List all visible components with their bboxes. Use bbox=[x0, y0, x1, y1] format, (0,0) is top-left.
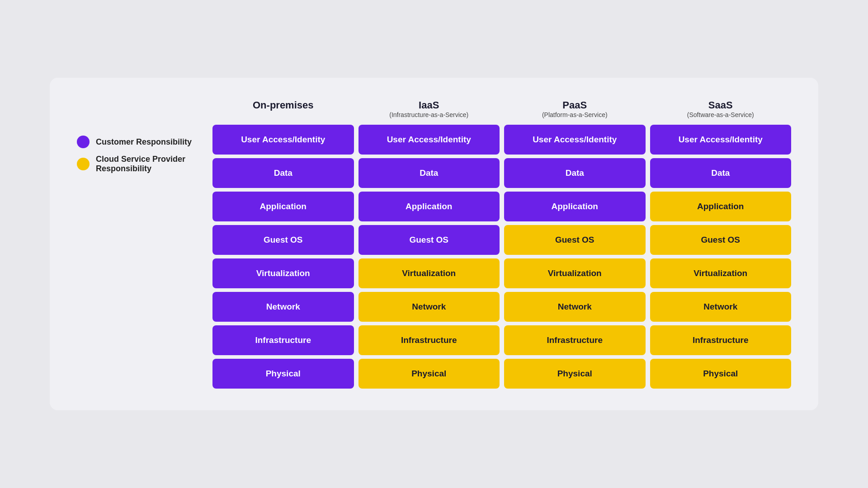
legend-label-provider: Cloud Service Provider Responsibility bbox=[96, 155, 212, 174]
col-header-3: SaaS (Software-as-a-Service) bbox=[650, 99, 792, 118]
legend-item-customer: Customer Responsibility bbox=[77, 136, 212, 148]
cell-3-3: Guest OS bbox=[650, 225, 792, 255]
cell-3-0: Guest OS bbox=[212, 225, 354, 255]
col-header-sub-3: (Software-as-a-Service) bbox=[687, 111, 754, 118]
cell-7-1: Physical bbox=[359, 359, 500, 389]
cell-0-2: User Access/Identity bbox=[504, 125, 646, 155]
col-header-title-2: PaaS bbox=[562, 99, 587, 111]
left-panel: Customer Responsibility Cloud Service Pr… bbox=[77, 99, 212, 389]
cell-4-0: Virtualization bbox=[212, 258, 354, 288]
col-header-0: On-premises bbox=[212, 99, 354, 118]
main-card: Customer Responsibility Cloud Service Pr… bbox=[50, 78, 818, 410]
grid-row-7: PhysicalPhysicalPhysicalPhysical bbox=[212, 359, 791, 389]
cell-1-0: Data bbox=[212, 158, 354, 188]
legend-label-customer: Customer Responsibility bbox=[96, 137, 192, 147]
cell-6-3: Infrastructure bbox=[650, 325, 792, 355]
cell-6-0: Infrastructure bbox=[212, 325, 354, 355]
column-headers: On-premises IaaS (Infrastructure-as-a-Se… bbox=[212, 99, 791, 118]
grid-row-0: User Access/IdentityUser Access/Identity… bbox=[212, 125, 791, 155]
col-header-title-1: IaaS bbox=[419, 99, 439, 111]
cell-4-3: Virtualization bbox=[650, 258, 792, 288]
cell-0-3: User Access/Identity bbox=[650, 125, 792, 155]
col-header-sub-2: (Platform-as-a-Service) bbox=[542, 111, 608, 118]
cell-1-2: Data bbox=[504, 158, 646, 188]
grid-row-4: VirtualizationVirtualizationVirtualizati… bbox=[212, 258, 791, 288]
cell-5-2: Network bbox=[504, 292, 646, 322]
legend-dot-provider bbox=[77, 158, 90, 170]
cell-7-3: Physical bbox=[650, 359, 792, 389]
cell-5-3: Network bbox=[650, 292, 792, 322]
cell-3-2: Guest OS bbox=[504, 225, 646, 255]
cell-5-1: Network bbox=[359, 292, 500, 322]
cell-4-2: Virtualization bbox=[504, 258, 646, 288]
cell-5-0: Network bbox=[212, 292, 354, 322]
grid-row-1: DataDataDataData bbox=[212, 158, 791, 188]
main-layout: Customer Responsibility Cloud Service Pr… bbox=[77, 99, 791, 389]
cell-0-1: User Access/Identity bbox=[359, 125, 500, 155]
cell-0-0: User Access/Identity bbox=[212, 125, 354, 155]
cell-2-3: Application bbox=[650, 192, 792, 221]
grid-row-2: ApplicationApplicationApplicationApplica… bbox=[212, 192, 791, 221]
grid-row-3: Guest OSGuest OSGuest OSGuest OS bbox=[212, 225, 791, 255]
cell-1-3: Data bbox=[650, 158, 792, 188]
grid-row-5: NetworkNetworkNetworkNetwork bbox=[212, 292, 791, 322]
cell-6-2: Infrastructure bbox=[504, 325, 646, 355]
col-header-title-3: SaaS bbox=[708, 99, 733, 111]
cell-6-1: Infrastructure bbox=[359, 325, 500, 355]
cell-1-1: Data bbox=[359, 158, 500, 188]
cell-3-1: Guest OS bbox=[359, 225, 500, 255]
cell-4-1: Virtualization bbox=[359, 258, 500, 288]
legend: Customer Responsibility Cloud Service Pr… bbox=[77, 136, 212, 174]
cell-7-2: Physical bbox=[504, 359, 646, 389]
legend-dot-customer bbox=[77, 136, 90, 148]
cell-2-0: Application bbox=[212, 192, 354, 221]
right-panel: On-premises IaaS (Infrastructure-as-a-Se… bbox=[212, 99, 791, 389]
grid-row-6: InfrastructureInfrastructureInfrastructu… bbox=[212, 325, 791, 355]
col-header-sub-1: (Infrastructure-as-a-Service) bbox=[389, 111, 468, 118]
cell-2-2: Application bbox=[504, 192, 646, 221]
col-header-title-0: On-premises bbox=[253, 99, 314, 111]
cell-2-1: Application bbox=[359, 192, 500, 221]
col-header-2: PaaS (Platform-as-a-Service) bbox=[504, 99, 646, 118]
grid-rows: User Access/IdentityUser Access/Identity… bbox=[212, 125, 791, 389]
legend-item-provider: Cloud Service Provider Responsibility bbox=[77, 155, 212, 174]
col-header-1: IaaS (Infrastructure-as-a-Service) bbox=[359, 99, 500, 118]
cell-7-0: Physical bbox=[212, 359, 354, 389]
